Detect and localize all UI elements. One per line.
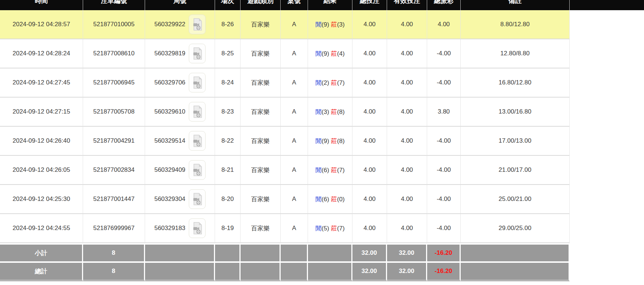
banker-score: (8) xyxy=(337,108,345,115)
total-bet: 4.00 xyxy=(352,185,387,214)
banker-score: (7) xyxy=(337,225,345,232)
player-score: (6) xyxy=(321,167,329,174)
round-number: 560329922 xyxy=(154,21,185,28)
row-filler xyxy=(570,243,644,261)
remark: 8.80/12.80 xyxy=(461,10,570,39)
row-filler xyxy=(570,10,644,39)
table-row: 2024-09-12 04:28:57 521877010005 5603299… xyxy=(0,10,644,39)
table-row: 2024-09-12 04:25:30 521877001447 5603293… xyxy=(0,185,644,214)
valid-bet: 4.00 xyxy=(387,156,427,185)
banker-result-label: 莊 xyxy=(331,50,337,57)
session: 8-24 xyxy=(215,68,241,98)
banker-result-label: 莊 xyxy=(331,225,337,232)
session: 8-21 xyxy=(215,156,241,185)
remark: 25.00/21.00 xyxy=(461,185,570,214)
round-number: 560329304 xyxy=(154,195,185,203)
game-type: 百家樂 xyxy=(241,10,281,39)
row-filler xyxy=(570,98,644,127)
table-row: 2024-09-12 04:28:24 521877008610 5603298… xyxy=(0,39,644,68)
payout: -4.00 xyxy=(427,156,461,185)
bet-id: 521876999967 xyxy=(83,214,145,243)
session: 8-20 xyxy=(215,185,241,214)
valid-bet: 4.00 xyxy=(387,127,427,156)
summary-row: 總計 8 32.00 32.00 -16.20 xyxy=(0,261,644,281)
player-result-label: 閒 xyxy=(315,50,321,57)
bet-id: 521877006945 xyxy=(83,68,145,98)
round-cell: 560329304 xyxy=(145,185,215,214)
row-filler xyxy=(570,214,644,243)
round-number: 560329409 xyxy=(154,166,185,174)
table-header: 時間注單編號局號場次遊戲類別桌號結果總投注有效投注總派彩備註 xyxy=(0,0,644,10)
bet-time: 2024-09-12 04:27:45 xyxy=(0,68,83,98)
banker-score: (7) xyxy=(337,167,345,174)
table-number: A xyxy=(281,68,308,98)
result-cell: 閒(3) 莊(8) xyxy=(308,98,352,127)
bet-id: 521877008610 xyxy=(83,39,145,68)
row-filler xyxy=(570,68,644,98)
player-score: (9) xyxy=(321,50,329,57)
summary-payout: -16.20 xyxy=(427,243,461,261)
total-bet: 4.00 xyxy=(352,10,387,39)
game-type: 百家樂 xyxy=(241,156,281,185)
video-replay-button[interactable] xyxy=(189,15,206,34)
game-type: 百家樂 xyxy=(241,214,281,243)
summary-total-bet: 32.00 xyxy=(352,261,387,281)
valid-bet: 4.00 xyxy=(387,39,427,68)
video-replay-button[interactable] xyxy=(189,189,206,209)
remark: 17.00/13.00 xyxy=(461,127,570,156)
session: 8-19 xyxy=(215,214,241,243)
remark: 21.00/17.00 xyxy=(461,156,570,185)
player-result-label: 閒 xyxy=(315,196,321,203)
round-cell: 560329610 xyxy=(145,98,215,127)
column-header-table_code: 桌號 xyxy=(281,0,308,10)
video-replay-button[interactable] xyxy=(189,218,206,238)
player-result-label: 閒 xyxy=(315,21,321,28)
player-result-label: 閒 xyxy=(315,108,321,115)
round-cell: 560329183 xyxy=(145,214,215,243)
valid-bet: 4.00 xyxy=(387,10,427,39)
video-file-icon xyxy=(192,47,203,60)
result-cell: 閒(5) 莊(7) xyxy=(308,214,352,243)
bet-id: 521877002834 xyxy=(83,156,145,185)
banker-score: (7) xyxy=(337,79,345,86)
video-file-icon xyxy=(192,76,203,89)
valid-bet: 4.00 xyxy=(387,68,427,98)
video-file-icon xyxy=(192,134,203,147)
player-score: (3) xyxy=(321,108,329,115)
game-type: 百家樂 xyxy=(241,185,281,214)
round-number: 560329610 xyxy=(154,108,185,115)
video-file-icon xyxy=(192,105,203,118)
player-result-label: 閒 xyxy=(315,167,321,174)
table-row: 2024-09-12 04:26:05 521877002834 5603294… xyxy=(0,156,644,185)
table-number: A xyxy=(281,10,308,39)
column-header-payout: 總派彩 xyxy=(427,0,461,10)
video-replay-button[interactable] xyxy=(189,160,206,180)
game-type: 百家樂 xyxy=(241,98,281,127)
total-bet: 4.00 xyxy=(352,39,387,68)
payout: -4.00 xyxy=(427,68,461,98)
result-cell: 閒(9) 莊(8) xyxy=(308,127,352,156)
summary-valid-bet: 32.00 xyxy=(387,243,427,261)
banker-score: (3) xyxy=(337,21,345,28)
banker-score: (0) xyxy=(337,196,345,203)
video-file-icon xyxy=(192,18,203,31)
bet-id: 521877005708 xyxy=(83,98,145,127)
table-number: A xyxy=(281,214,308,243)
video-replay-button[interactable] xyxy=(189,44,206,63)
table-number: A xyxy=(281,39,308,68)
total-bet: 4.00 xyxy=(352,214,387,243)
bet-id: 521877001447 xyxy=(83,185,145,214)
bet-time: 2024-09-12 04:24:55 xyxy=(0,214,83,243)
session: 8-23 xyxy=(215,98,241,127)
bet-history-table: 時間注單編號局號場次遊戲類別桌號結果總投注有效投注總派彩備註 2024-09-1… xyxy=(0,0,644,281)
round-number: 560329706 xyxy=(154,79,185,86)
summary-payout: -16.20 xyxy=(427,261,461,281)
payout: -4.00 xyxy=(427,214,461,243)
video-replay-button[interactable] xyxy=(189,73,206,92)
video-replay-button[interactable] xyxy=(189,102,206,122)
video-file-icon xyxy=(192,163,203,177)
banker-result-label: 莊 xyxy=(331,138,337,145)
video-replay-button[interactable] xyxy=(189,131,206,151)
remark: 29.00/25.00 xyxy=(461,214,570,243)
table-row: 2024-09-12 04:27:45 521877006945 5603297… xyxy=(0,68,644,98)
